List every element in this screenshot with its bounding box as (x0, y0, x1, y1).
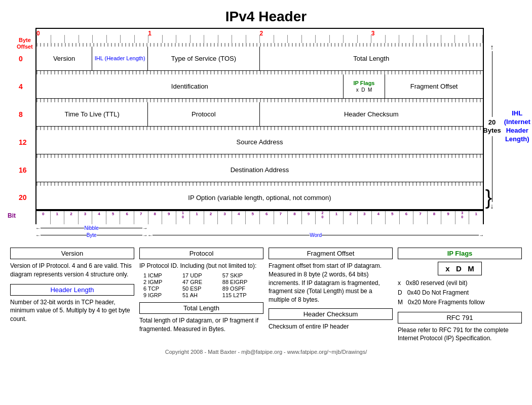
row-byte-16: 16 (19, 166, 27, 174)
header-checksum-box-text: Checksum of entire IP header (269, 322, 393, 331)
rfc791-box-title: RFC 791 (398, 312, 522, 323)
cell-source-address: Source Address (36, 130, 483, 154)
total-length-box-title: Total Length (139, 302, 263, 314)
protocol-box-title: Protocol (139, 248, 263, 259)
row-byte-8: 8 (19, 110, 23, 118)
info-col-2: Protocol IP Protocol ID. Including (but … (139, 248, 263, 333)
total-length-box-text: Total length of IP datagram, or IP fragm… (139, 316, 263, 334)
fragment-offset-box-text: Fragment offset from start of IP datagra… (269, 262, 393, 304)
cell-fragment-offset: Fragment Offset (385, 74, 483, 98)
ipflags-box-title: IP Flags (398, 248, 522, 259)
byte-label-0: 0 (36, 30, 40, 37)
header-checksum-box-title: Header Checksum (269, 308, 393, 320)
fragment-offset-box-title: Fragment Offset (269, 248, 393, 259)
right-side-labels: ↑ 20Bytes ↓ IHL(InternetHeaderLength) (489, 43, 524, 210)
ipflags-demo: x D M (438, 262, 482, 275)
cell-ipflags: IP Flags x D M (344, 74, 386, 98)
header-length-box-title: Header Length (10, 284, 134, 296)
bit-label: Bit (8, 212, 16, 219)
cell-ip-option: IP Option (variable length, optional, no… (36, 186, 483, 209)
row-byte-0: 0 (19, 55, 23, 63)
cell-ihl: IHL (Header Length) (92, 47, 148, 70)
page-title: IPv4 Header (3, 3, 529, 28)
rfc791-box-text: Please refer to RFC 791 for the complete… (398, 326, 522, 343)
info-col-3: Fragment Offset Fragment offset from sta… (269, 248, 393, 331)
info-col-1: Version Version of IP Protocol. 4 and 6 … (10, 248, 134, 323)
ipflags-box-text: x 0x80 reserved (evil bit) D 0x40 Do Not… (398, 278, 522, 308)
byte-label-2: 2 (260, 30, 263, 37)
byte-label-1: 1 (148, 30, 151, 37)
byte-label-3: 3 (371, 30, 375, 37)
cell-total-length: Total Length (260, 47, 483, 70)
version-box-text: Version of IP Protocol. 4 and 6 are vali… (10, 262, 134, 279)
cell-protocol: Protocol (148, 102, 259, 126)
cell-identification: Identification (36, 74, 344, 98)
row-byte-12: 12 (19, 138, 27, 146)
cell-version: Version (36, 47, 92, 70)
cell-tos: Type of Service (TOS) (148, 47, 259, 70)
cell-destination-address: Destination Address (36, 158, 483, 182)
byte-offset-label: ByteOffset (17, 37, 33, 50)
cell-header-checksum: Header Checksum (260, 102, 483, 126)
header-length-box-text: Number of 32-bit words in TCP header, mi… (10, 298, 134, 323)
info-col-4: IP Flags x D M x 0x80 reserved (evil bit… (398, 248, 522, 343)
version-box-title: Version (10, 248, 134, 259)
row-byte-4: 4 (19, 83, 23, 91)
row-byte-20: 20 (19, 193, 27, 201)
protocol-list: 1 ICMP17 UDP57 SKIP 2 IGMP47 GRE88 EIGRP… (143, 272, 263, 298)
protocol-box-intro: IP Protocol ID. Including (but not limit… (139, 262, 263, 270)
cell-ttl: Time To Live (TTL) (36, 102, 148, 126)
copyright: Copyright 2008 - Matt Baxter - mjb@fatpi… (3, 349, 529, 355)
